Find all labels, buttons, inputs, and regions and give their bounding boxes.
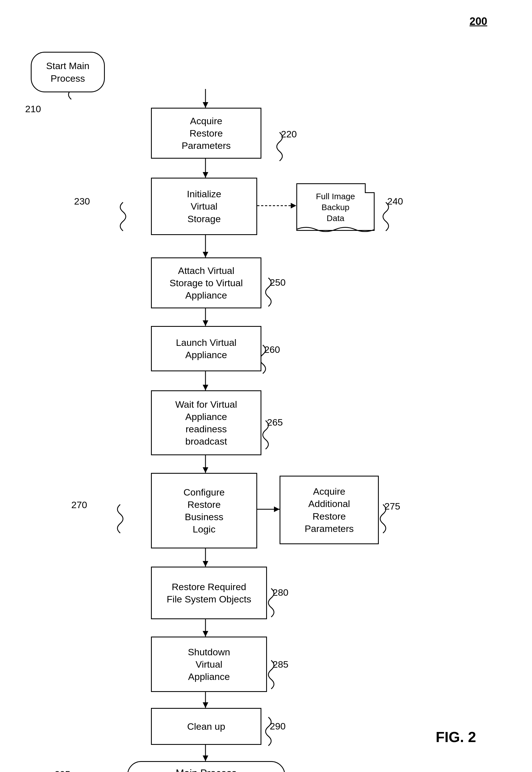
ref-285: 285: [273, 659, 289, 670]
ref-295: 295: [55, 769, 70, 772]
ref-270: 270: [71, 499, 87, 510]
end-oval: Main Process End: [127, 761, 285, 772]
start-oval: Start Main Process: [31, 52, 105, 92]
ref-250: 250: [270, 277, 286, 288]
wait-box: Wait for Virtual Appliance readiness bro…: [151, 390, 261, 455]
svg-marker-1: [203, 102, 208, 108]
ref-230: 230: [74, 196, 90, 207]
launch-box: Launch Virtual Appliance: [151, 326, 261, 371]
diagram-container: 200: [0, 0, 532, 772]
svg-marker-17: [203, 561, 208, 566]
acquire-box: Acquire Restore Parameters: [151, 108, 261, 159]
shutdown-box: Shutdown Virtual Appliance: [151, 637, 267, 692]
svg-marker-3: [203, 172, 208, 178]
ref-210: 210: [25, 103, 41, 114]
svg-marker-21: [203, 702, 208, 708]
ref-260: 260: [264, 344, 280, 355]
ref-220: 220: [281, 129, 297, 140]
configure-box: Configure Restore Business Logic: [151, 473, 257, 548]
svg-marker-15: [274, 506, 280, 512]
ref-240: 240: [387, 196, 403, 207]
fig-label: FIG. 2: [436, 729, 476, 745]
svg-marker-7: [203, 252, 208, 258]
ref-265: 265: [267, 417, 283, 428]
figure-number: 200: [470, 15, 487, 27]
svg-marker-19: [203, 631, 208, 637]
ref-280: 280: [273, 587, 289, 598]
initialize-box: Initialize Virtual Storage: [151, 178, 257, 235]
ref-275: 275: [384, 501, 400, 512]
cleanup-box: Clean up: [151, 708, 261, 745]
ref-290: 290: [270, 721, 286, 732]
svg-marker-9: [203, 320, 208, 326]
svg-marker-23: [203, 756, 208, 761]
attach-box: Attach Virtual Storage to Virtual Applia…: [151, 258, 261, 308]
svg-marker-5: [291, 203, 296, 209]
restore-box: Restore Required File System Objects: [151, 566, 267, 619]
svg-marker-13: [203, 467, 208, 473]
backup-shape: Full Image Backup Data: [296, 179, 379, 234]
acquire-add-box: Acquire Additional Restore Parameters: [280, 476, 379, 544]
svg-marker-11: [203, 385, 208, 390]
